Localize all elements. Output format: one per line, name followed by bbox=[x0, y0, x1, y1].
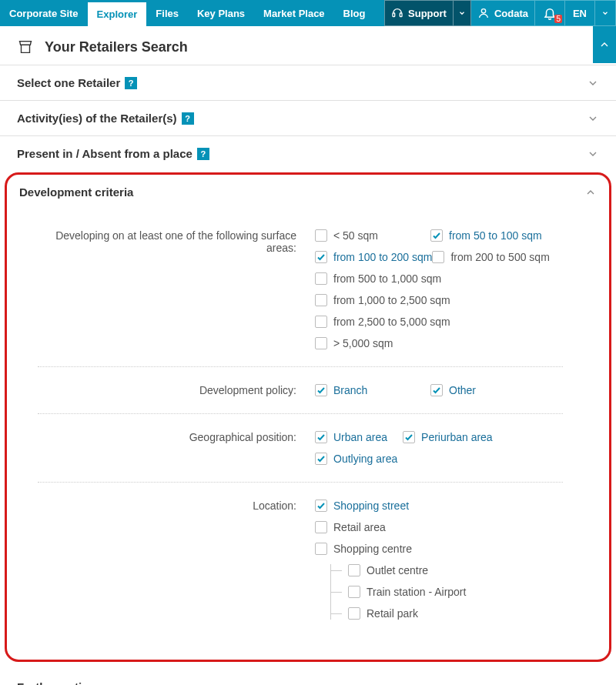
checkbox[interactable] bbox=[315, 294, 327, 306]
checkbox-option[interactable]: < 50 sqm bbox=[315, 229, 430, 242]
checkbox-label: Urban area bbox=[333, 431, 387, 443]
location-label: Shopping street bbox=[333, 500, 409, 512]
chevron-up-icon bbox=[584, 186, 597, 199]
user-icon bbox=[477, 7, 490, 19]
chevron-down-icon bbox=[587, 148, 599, 160]
checkbox[interactable] bbox=[315, 316, 327, 328]
location-label: Outlet centre bbox=[367, 564, 428, 576]
user-label: Codata bbox=[494, 8, 528, 19]
location-children: Outlet centreTrain station - AirportReta… bbox=[330, 564, 578, 620]
location-item[interactable]: Outlet centre bbox=[331, 564, 578, 576]
checkbox-option[interactable]: > 5,000 sqm bbox=[315, 337, 430, 349]
notifications-button[interactable]: 5 bbox=[535, 0, 564, 26]
checkbox[interactable] bbox=[315, 521, 327, 533]
checkbox[interactable] bbox=[430, 229, 443, 242]
criteria-surface-label: Developing on at least one of the follow… bbox=[38, 229, 315, 349]
checkbox[interactable] bbox=[315, 431, 327, 443]
checkbox[interactable] bbox=[315, 500, 327, 512]
support-label: Support bbox=[408, 8, 447, 19]
checkbox-label: Periurban area bbox=[421, 431, 493, 443]
criteria-surface: Developing on at least one of the follow… bbox=[38, 212, 563, 367]
section-further[interactable]: Further options bbox=[0, 670, 616, 685]
checkbox[interactable] bbox=[315, 453, 327, 465]
section-presence[interactable]: Present in / Absent from a place ? bbox=[0, 135, 616, 171]
checkbox[interactable] bbox=[315, 337, 327, 349]
location-item[interactable]: Retail park bbox=[331, 607, 578, 620]
nav-item-explorer[interactable]: Explorer bbox=[88, 0, 147, 26]
location-item[interactable]: Retail area bbox=[315, 521, 563, 533]
chevron-down-icon bbox=[587, 77, 599, 89]
page-header: Your Retailers Search bbox=[0, 26, 616, 65]
location-item[interactable]: Train station - Airport bbox=[331, 586, 578, 598]
chevron-down-icon bbox=[601, 9, 609, 17]
checkbox[interactable] bbox=[348, 607, 360, 620]
checkbox-option[interactable]: Other bbox=[430, 384, 546, 396]
scroll-top-button[interactable] bbox=[593, 26, 616, 63]
location-label: Retail area bbox=[333, 521, 386, 533]
criteria-policy-label: Development policy: bbox=[38, 384, 315, 396]
checkbox[interactable] bbox=[348, 586, 360, 598]
checkbox[interactable] bbox=[315, 229, 327, 242]
support-button[interactable]: Support bbox=[384, 0, 454, 26]
language-button[interactable]: EN bbox=[564, 0, 595, 26]
user-button[interactable]: Codata bbox=[471, 0, 535, 26]
help-icon[interactable]: ? bbox=[125, 77, 137, 89]
location-label: Retail park bbox=[367, 607, 418, 620]
chevron-down-icon bbox=[587, 681, 599, 686]
section-presence-title: Present in / Absent from a place bbox=[17, 147, 192, 160]
help-icon[interactable]: ? bbox=[182, 112, 194, 125]
section-development-title: Development criteria bbox=[19, 185, 133, 199]
checkbox-label: Branch bbox=[333, 384, 367, 396]
checkbox-option[interactable]: Outlying area bbox=[315, 453, 397, 465]
location-item[interactable]: Shopping street bbox=[315, 500, 563, 512]
checkbox-label: from 50 to 100 sqm bbox=[449, 229, 542, 242]
location-item[interactable]: Shopping centre bbox=[315, 543, 563, 555]
section-development-header[interactable]: Development criteria bbox=[7, 175, 609, 209]
nav-item-market-place[interactable]: Market Place bbox=[254, 0, 334, 26]
svg-rect-0 bbox=[393, 13, 395, 17]
section-activity-title: Activity(ies) of the Retailer(s) bbox=[17, 112, 177, 125]
headset-icon bbox=[391, 7, 403, 19]
svg-point-2 bbox=[481, 9, 485, 13]
section-activity[interactable]: Activity(ies) of the Retailer(s) ? bbox=[0, 100, 616, 135]
help-icon[interactable]: ? bbox=[197, 148, 209, 160]
checkbox-label: from 200 to 500 sqm bbox=[450, 251, 549, 263]
checkbox-option[interactable]: from 2,500 to 5,000 sqm bbox=[315, 316, 450, 328]
location-label: Train station - Airport bbox=[367, 586, 466, 598]
nav-item-files[interactable]: Files bbox=[146, 0, 188, 26]
checkbox[interactable] bbox=[348, 564, 360, 576]
criteria-location: Location: Shopping streetRetail areaShop… bbox=[38, 483, 563, 637]
checkbox[interactable] bbox=[430, 384, 443, 396]
checkbox-option[interactable]: Periurban area bbox=[403, 431, 493, 443]
chevron-up-icon bbox=[598, 38, 611, 51]
section-retailer-title: Select one Retailer bbox=[17, 76, 120, 89]
checkbox-label: Outlying area bbox=[333, 453, 397, 465]
section-retailer[interactable]: Select one Retailer ? bbox=[0, 65, 616, 100]
checkbox[interactable] bbox=[315, 251, 327, 263]
checkbox-option[interactable]: from 50 to 100 sqm bbox=[430, 229, 546, 242]
checkbox-label: Other bbox=[449, 384, 476, 396]
checkbox[interactable] bbox=[315, 543, 327, 555]
checkbox-label: from 100 to 200 sqm bbox=[333, 251, 432, 263]
checkbox[interactable] bbox=[315, 384, 327, 396]
language-chevron[interactable] bbox=[595, 0, 616, 26]
nav-item-blog[interactable]: Blog bbox=[334, 0, 375, 26]
development-body: Developing on at least one of the follow… bbox=[7, 209, 609, 660]
page-title: Your Retailers Search bbox=[45, 39, 188, 55]
checkbox-option[interactable]: from 500 to 1,000 sqm bbox=[315, 272, 441, 285]
checkbox[interactable] bbox=[315, 272, 327, 285]
checkbox-option[interactable]: from 100 to 200 sqm bbox=[315, 251, 432, 263]
checkbox[interactable] bbox=[432, 251, 444, 263]
criteria-geo: Geographical position: Urban areaPeriurb… bbox=[38, 414, 563, 483]
checkbox-label: from 1,000 to 2,500 sqm bbox=[333, 294, 450, 306]
criteria-policy: Development policy: BranchOther bbox=[38, 367, 563, 414]
checkbox-option[interactable]: Urban area bbox=[315, 431, 387, 443]
top-navigation: Corporate SiteExplorerFilesKey PlansMark… bbox=[0, 0, 616, 26]
nav-item-key-plans[interactable]: Key Plans bbox=[188, 0, 254, 26]
checkbox-option[interactable]: from 200 to 500 sqm bbox=[432, 251, 549, 263]
nav-item-corporate-site[interactable]: Corporate Site bbox=[0, 0, 88, 26]
checkbox[interactable] bbox=[403, 431, 415, 443]
support-chevron[interactable] bbox=[454, 0, 471, 26]
checkbox-option[interactable]: Branch bbox=[315, 384, 430, 396]
checkbox-option[interactable]: from 1,000 to 2,500 sqm bbox=[315, 294, 450, 306]
